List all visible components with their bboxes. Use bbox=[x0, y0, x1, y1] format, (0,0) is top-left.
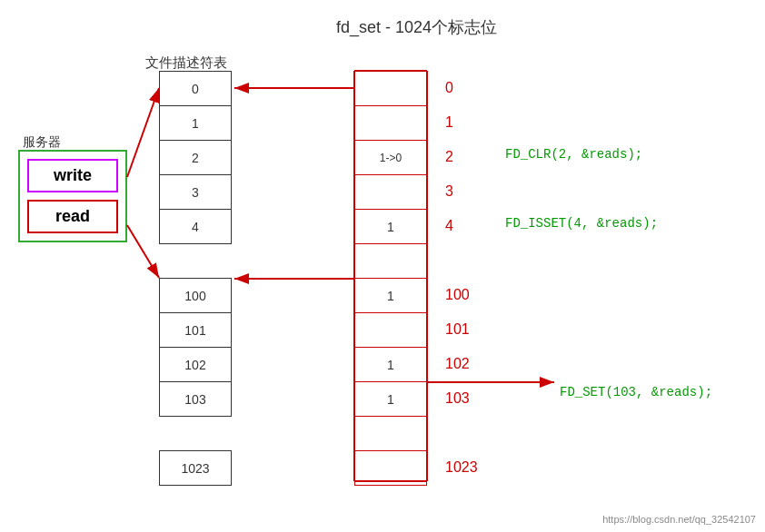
bits-table: 1->0 1 1 1 1 bbox=[354, 71, 427, 486]
idx-3: 3 bbox=[445, 183, 453, 200]
idx-101: 101 bbox=[445, 321, 470, 338]
bit-100: 1 bbox=[355, 279, 427, 313]
idx-0: 0 bbox=[445, 80, 453, 96]
fd-row-100: 100 bbox=[160, 279, 232, 313]
fd-row-101: 101 bbox=[160, 313, 232, 348]
bit-4: 1 bbox=[355, 210, 427, 244]
idx-1: 1 bbox=[445, 114, 453, 131]
idx-4: 4 bbox=[445, 218, 453, 234]
server-label: 服务器 bbox=[23, 134, 61, 151]
bit-1 bbox=[355, 106, 427, 141]
idx-103: 103 bbox=[445, 390, 470, 407]
fd-row-1: 1 bbox=[160, 106, 232, 141]
fd-table: 0 1 2 3 4 100 101 102 103 1023 bbox=[159, 71, 232, 486]
idx-102: 102 bbox=[445, 356, 470, 372]
bit-0 bbox=[355, 72, 427, 106]
server-box: write read bbox=[18, 150, 127, 242]
bit-2: 1->0 bbox=[355, 141, 427, 175]
title-fdset: fd_set - 1024个标志位 bbox=[336, 16, 497, 38]
watermark: https://blog.csdn.net/qq_32542107 bbox=[602, 514, 756, 525]
fd-row-2: 2 bbox=[160, 141, 232, 175]
code-fdisset: FD_ISSET(4, &reads); bbox=[505, 216, 658, 231]
svg-line-8 bbox=[127, 225, 159, 278]
fd-row-3: 3 bbox=[160, 175, 232, 210]
fd-gap-2 bbox=[160, 417, 232, 451]
bit-103: 1 bbox=[355, 382, 427, 417]
fd-row-0: 0 bbox=[160, 72, 232, 106]
idx-1023: 1023 bbox=[445, 459, 478, 476]
code-fdclr: FD_CLR(2, &reads); bbox=[505, 147, 642, 162]
fd-row-1023: 1023 bbox=[160, 451, 232, 486]
read-box: read bbox=[27, 200, 118, 233]
svg-line-11 bbox=[127, 88, 159, 177]
title-file-desc-table: 文件描述符表 bbox=[145, 54, 227, 72]
write-box: write bbox=[27, 159, 118, 192]
fd-gap bbox=[160, 244, 232, 279]
bits-gap bbox=[355, 244, 427, 279]
fd-row-103: 103 bbox=[160, 382, 232, 417]
bits-gap-2 bbox=[355, 417, 427, 451]
fd-row-4: 4 bbox=[160, 210, 232, 244]
bit-102: 1 bbox=[355, 348, 427, 382]
idx-100: 100 bbox=[445, 287, 470, 303]
bit-101 bbox=[355, 313, 427, 348]
fd-row-102: 102 bbox=[160, 348, 232, 382]
idx-2: 2 bbox=[445, 149, 453, 165]
bit-1023 bbox=[355, 451, 427, 486]
bit-3 bbox=[355, 175, 427, 210]
code-fdset: FD_SET(103, &reads); bbox=[560, 385, 712, 399]
